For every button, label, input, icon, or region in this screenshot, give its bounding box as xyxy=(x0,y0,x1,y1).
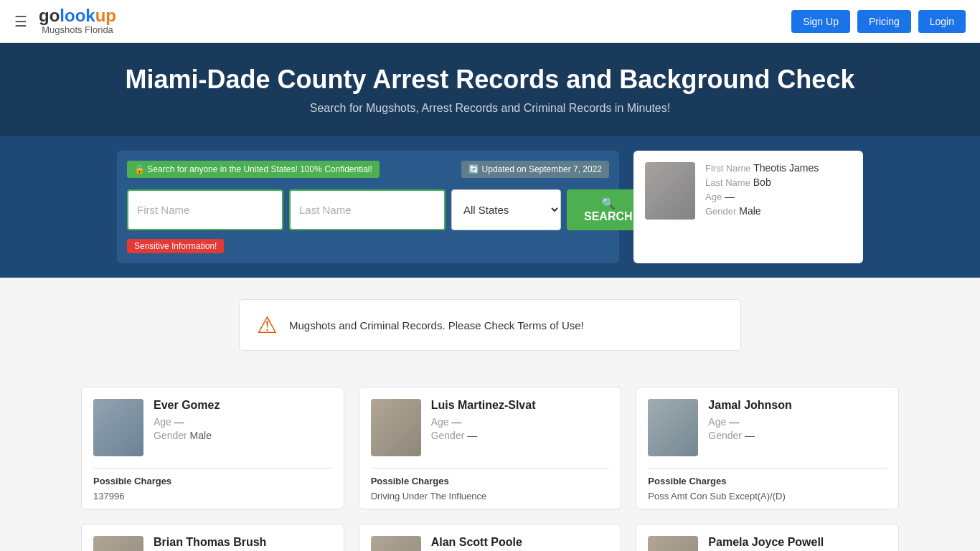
hero-section: Miami-Dade County Arrest Records and Bac… xyxy=(0,43,980,136)
person-card[interactable]: Brian Thomas Brush Age — Gender — xyxy=(81,524,344,551)
card-charges: Possible Charges Driving Under The Influ… xyxy=(359,468,621,509)
preview-gender-label: Gender xyxy=(705,206,736,217)
card-name: Brian Thomas Brush xyxy=(154,536,266,549)
person-card[interactable]: Ever Gomez Age — Gender Male Possible Ch… xyxy=(81,387,344,509)
warning-banner: ⚠ Mugshots and Criminal Records. Please … xyxy=(239,299,741,351)
card-name: Jamal Johnson xyxy=(708,399,791,412)
gender-label: Gender xyxy=(154,430,187,441)
search-box: 🔒 Search for anyone in the United States… xyxy=(117,151,619,263)
card-photo xyxy=(648,536,698,551)
warning-text: Mugshots and Criminal Records. Please Ch… xyxy=(289,319,584,331)
preview-firstname-label: First Name xyxy=(705,163,751,174)
card-top: Ever Gomez Age — Gender Male xyxy=(82,387,344,468)
preview-firstname-text: Theotis James xyxy=(753,162,819,174)
header-right: Sign Up Pricing Login xyxy=(791,10,966,33)
page-title: Miami-Dade County Arrest Records and Bac… xyxy=(14,65,966,95)
card-age: Age — xyxy=(431,416,536,428)
card-gender: Gender Male xyxy=(154,430,220,441)
site-logo[interactable]: golookup Mugshots Florida xyxy=(39,7,116,35)
card-name: Luis Martinez-Slvat xyxy=(431,399,536,412)
cards-section: Ever Gomez Age — Gender Male Possible Ch… xyxy=(67,372,913,551)
card-top: Brian Thomas Brush Age — Gender — xyxy=(82,524,344,551)
person-card[interactable]: Pamela Joyce Powell Age — Gender — xyxy=(636,524,899,551)
charge-item: Poss Amt Con Sub Except(A)/(D) xyxy=(648,491,887,501)
card-info: Brian Thomas Brush Age — Gender — xyxy=(154,536,266,551)
search-section: 🔒 Search for anyone in the United States… xyxy=(0,136,980,278)
signup-button[interactable]: Sign Up xyxy=(791,10,850,33)
logo-text: golookup xyxy=(39,7,116,24)
person-card[interactable]: Alan Scott Poole Age — Gender — xyxy=(359,524,622,551)
header-left: ☰ golookup Mugshots Florida xyxy=(14,7,116,35)
warning-icon: ⚠ xyxy=(257,311,278,339)
person-card[interactable]: Jamal Johnson Age — Gender — Possible Ch… xyxy=(636,387,899,509)
card-info: Pamela Joyce Powell Age — Gender — xyxy=(708,536,824,551)
card-name: Pamela Joyce Powell xyxy=(708,536,824,549)
card-age: Age — xyxy=(708,416,791,428)
charges-title: Possible Charges xyxy=(93,476,332,486)
age-label: Age xyxy=(154,416,171,428)
charge-item: 137996 xyxy=(93,491,332,501)
search-row: All States AlabamaAlaskaArizona Arkansas… xyxy=(127,189,609,230)
card-info: Luis Martinez-Slvat Age — Gender — xyxy=(431,399,536,443)
card-info: Alan Scott Poole Age — Gender — xyxy=(431,536,522,551)
card-photo xyxy=(371,536,421,551)
card-info: Jamal Johnson Age — Gender — xyxy=(708,399,791,443)
first-name-input[interactable] xyxy=(127,189,283,230)
preview-age-label: Age xyxy=(705,192,722,202)
gender-label: Gender xyxy=(431,430,465,441)
card-top: Luis Martinez-Slvat Age — Gender — xyxy=(359,387,621,468)
preview-lastname-text: Bob xyxy=(753,176,771,188)
card-charges: Possible Charges Poss Amt Con Sub Except… xyxy=(636,468,898,509)
card-top: Jamal Johnson Age — Gender — xyxy=(636,387,898,468)
search-notice-updated: 🔄 Updated on September 7, 2022 xyxy=(461,161,609,178)
card-name: Alan Scott Poole xyxy=(431,536,522,549)
state-select[interactable]: All States AlabamaAlaskaArizona Arkansas… xyxy=(451,189,561,230)
card-photo xyxy=(371,399,421,456)
card-top: Alan Scott Poole Age — Gender — xyxy=(359,524,621,551)
pricing-button[interactable]: Pricing xyxy=(857,10,911,33)
card-photo xyxy=(93,399,143,456)
last-name-input[interactable] xyxy=(289,189,446,230)
login-button[interactable]: Login xyxy=(918,10,966,33)
sensitive-badge: Sensitive Information! xyxy=(127,239,224,253)
preview-photo xyxy=(645,162,695,220)
preview-gender-text: Male xyxy=(739,205,760,217)
card-photo xyxy=(93,536,143,551)
charges-title: Possible Charges xyxy=(371,476,610,486)
card-photo xyxy=(648,399,698,456)
hero-subtitle: Search for Mugshots, Arrest Records and … xyxy=(14,102,966,115)
age-label: Age xyxy=(708,416,726,428)
search-notice-green: 🔒 Search for anyone in the United States… xyxy=(127,161,380,178)
preview-info: First Name Theotis James Last Name Bob A… xyxy=(705,162,819,220)
charge-item: Driving Under The Influence xyxy=(371,491,610,501)
preview-age-text: — xyxy=(725,191,735,202)
card-top: Pamela Joyce Powell Age — Gender — xyxy=(636,524,898,551)
card-gender: Gender — xyxy=(431,430,536,441)
age-label: Age xyxy=(431,416,449,428)
logo-subtitle: Mugshots Florida xyxy=(42,24,113,35)
card-gender: Gender — xyxy=(708,430,791,441)
gender-label: Gender xyxy=(708,430,742,441)
menu-icon[interactable]: ☰ xyxy=(14,13,27,30)
preview-lastname-label: Last Name xyxy=(705,177,750,188)
cards-grid: Ever Gomez Age — Gender Male Possible Ch… xyxy=(81,387,899,551)
site-header: ☰ golookup Mugshots Florida Sign Up Pric… xyxy=(0,0,980,43)
card-info: Ever Gomez Age — Gender Male xyxy=(154,399,220,443)
card-charges: Possible Charges 137996 xyxy=(82,468,344,509)
card-name: Ever Gomez xyxy=(154,399,220,412)
person-card[interactable]: Luis Martinez-Slvat Age — Gender — Possi… xyxy=(359,387,622,509)
charges-title: Possible Charges xyxy=(648,476,887,486)
preview-card: First Name Theotis James Last Name Bob A… xyxy=(633,151,863,263)
card-age: Age — xyxy=(154,416,220,428)
